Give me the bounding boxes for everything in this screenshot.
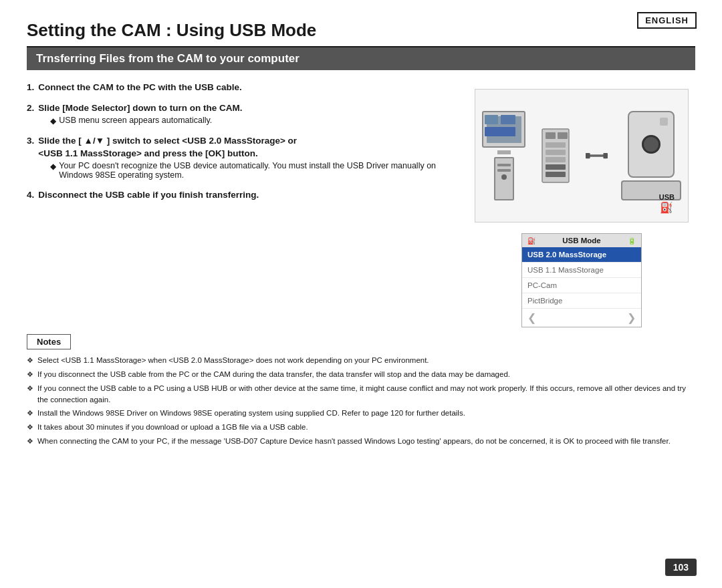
step-1-number: 1.: [27, 82, 34, 95]
step-3-title: Slide the [ ▲/▼ ] switch to select <USB …: [38, 136, 455, 146]
svg-rect-12: [586, 153, 590, 158]
step-3: 3. Slide the [ ▲/▼ ] switch to select <U…: [27, 136, 455, 182]
note-text-4: It takes about 30 minutes if you downloa…: [37, 422, 308, 433]
usb-label-text: USB: [659, 193, 675, 201]
note-diamond-1: ❖: [27, 370, 33, 380]
note-text-2: If you connect the USB cable to a PC usi…: [37, 383, 695, 405]
svg-rect-10: [546, 172, 566, 177]
note-diamond-3: ❖: [27, 408, 33, 419]
pc-stand: [497, 150, 511, 154]
usb-mode-item-1[interactable]: USB 1.1 MassStorage: [522, 263, 641, 278]
note-diamond-2: ❖: [27, 384, 33, 394]
note-item-4: ❖ It takes about 30 minutes if you downl…: [27, 422, 695, 433]
step-1: 1. Connect the CAM to the PC with the US…: [27, 82, 455, 95]
step-2-number: 2.: [27, 103, 34, 128]
svg-rect-6: [546, 142, 566, 148]
svg-rect-8: [546, 157, 566, 162]
usb-mode-header-icon: ⛽: [527, 237, 535, 245]
arrow-right-icon: ❯: [627, 311, 636, 324]
step-1-title: Connect the CAM to the PC with the USB c…: [38, 82, 455, 92]
pc-tower: [494, 157, 514, 200]
svg-rect-4: [546, 132, 556, 139]
svg-rect-7: [546, 150, 566, 155]
svg-rect-1: [501, 115, 515, 124]
svg-rect-2: [485, 127, 515, 136]
usb-mode-item-0[interactable]: USB 2.0 MassStorage: [522, 247, 641, 263]
cam-lens: [642, 135, 660, 154]
pc-slot-1: [497, 164, 511, 166]
notes-section: Notes ❖ Select <USB 1.1 MassStorage> whe…: [27, 334, 695, 447]
step-2-bullet-text: USB menu screen appears automatically.: [59, 116, 212, 125]
note-item-5: ❖ When connecting the CAM to your PC, if…: [27, 436, 695, 447]
main-title: Setting the CAM : Using USB Mode: [27, 13, 695, 47]
note-diamond-4: ❖: [27, 422, 33, 433]
usb-mode-title: USB Mode: [562, 237, 601, 245]
step-2-title: Slide [Mode Selector] down to turn on th…: [38, 103, 455, 113]
usb-mode-box: ⛽ USB Mode 🔋 USB 2.0 MassStorage USB 1.1…: [521, 233, 642, 327]
bullet-diamond-3: ◆: [50, 162, 56, 171]
section-header: Trnsferring Files from the CAM to your c…: [27, 47, 695, 70]
note-item-0: ❖ Select <USB 1.1 MassStorage> when <USB…: [27, 355, 695, 366]
note-text-0: Select <USB 1.1 MassStorage> when <USB 2…: [37, 355, 429, 366]
left-column: 1. Connect the CAM to the PC with the US…: [27, 82, 468, 327]
step-1-content: Connect the CAM to the PC with the USB c…: [38, 82, 455, 95]
usb-mode-item-2[interactable]: PC-Cam: [522, 278, 641, 293]
usb-diagram-inner: [475, 104, 688, 207]
note-item-3: ❖ Install the Windows 98SE Driver on Win…: [27, 408, 695, 419]
usb-mode-arrows: ❮ ❯: [522, 309, 641, 327]
svg-rect-9: [546, 164, 566, 170]
step-3-number: 3.: [27, 136, 34, 182]
step-3-content: Slide the [ ▲/▼ ] switch to select <USB …: [38, 136, 455, 182]
step-4: 4. Disconnect the USB cable if you finis…: [27, 190, 455, 202]
english-badge: ENGLISH: [637, 12, 697, 29]
pc-button: [501, 174, 507, 180]
usb-icon: ⛽: [660, 201, 673, 214]
step-2-bullet-1: ◆ USB menu screen appears automatically.: [50, 116, 455, 126]
note-diamond-0: ❖: [27, 355, 33, 366]
pc-monitor-screen: [487, 116, 521, 143]
pc-slot-2: [497, 169, 511, 172]
step-2-content: Slide [Mode Selector] down to turn on th…: [38, 103, 455, 128]
right-column: USB ⛽ ⛽ USB Mode 🔋 USB 2.0 MassStorage U…: [468, 82, 695, 327]
page-container: ENGLISH Setting the CAM : Using USB Mode…: [0, 0, 722, 588]
note-text-3: Install the Windows 98SE Driver on Windo…: [37, 408, 465, 419]
svg-rect-0: [485, 115, 498, 124]
usb-mode-header: ⛽ USB Mode 🔋: [522, 234, 641, 247]
step-2: 2. Slide [Mode Selector] down to turn on…: [27, 103, 455, 128]
step-3-bullet-1: ◆ Your PC doesn't recognize the USB devi…: [50, 161, 455, 180]
ports-illustration: [539, 126, 572, 186]
svg-rect-5: [558, 132, 568, 139]
note-text-5: When connecting the CAM to your PC, if t…: [37, 436, 671, 447]
usb-label-box: USB ⛽: [659, 193, 675, 214]
pc-monitor: [482, 111, 525, 148]
notes-header: Notes: [27, 334, 71, 349]
svg-rect-13: [603, 153, 608, 158]
usb-mode-battery-icon: 🔋: [628, 237, 636, 245]
note-item-1: ❖ If you disconnect the USB cable from t…: [27, 369, 695, 380]
notes-list: ❖ Select <USB 1.1 MassStorage> when <USB…: [27, 355, 695, 447]
note-item-2: ❖ If you connect the USB cable to a PC u…: [27, 383, 695, 405]
step-4-content: Disconnect the USB cable if you finish t…: [38, 190, 455, 202]
bullet-diamond: ◆: [50, 116, 56, 126]
cam-illustration: [628, 111, 675, 178]
page-number: 103: [665, 559, 697, 576]
step-4-number: 4.: [27, 190, 34, 202]
step-3-title2: <USB 1.1 MassStorage> and press the [OK]…: [38, 148, 455, 158]
note-text-1: If you disconnect the USB cable from the…: [37, 369, 510, 380]
usb-mode-item-3[interactable]: PictBridge: [522, 293, 641, 309]
arrow-left-icon: ❮: [527, 311, 536, 324]
step-3-bullet-text: Your PC doesn't recognize the USB device…: [59, 161, 455, 180]
note-diamond-5: ❖: [27, 436, 33, 447]
content-area: 1. Connect the CAM to the PC with the US…: [27, 82, 695, 327]
usb-cable-svg: [586, 149, 608, 162]
step-4-title: Disconnect the USB cable if you finish t…: [38, 190, 455, 200]
usb-diagram: USB ⛽: [475, 89, 689, 223]
